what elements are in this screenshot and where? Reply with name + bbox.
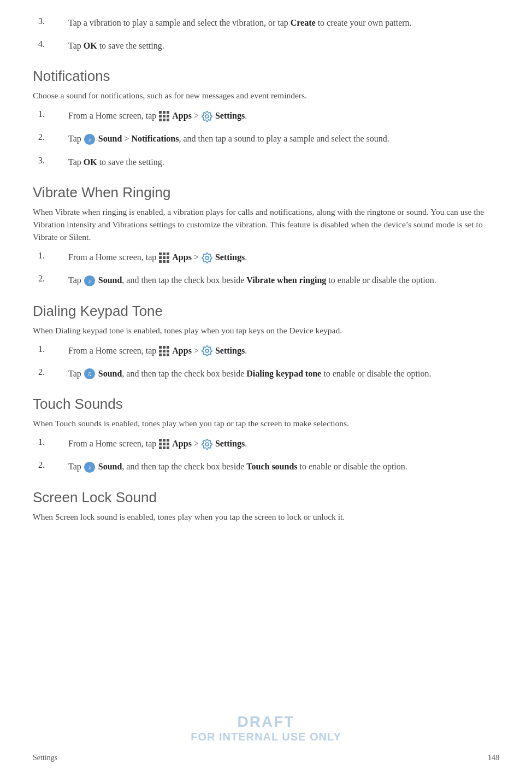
touch-step-content-2: Tap ♪ Sound, and then tap the check box … [68,460,499,473]
draft-internal-text: FOR INTERNAL USE ONLY [0,731,532,743]
page-footer: Settings 148 [33,754,499,762]
svg-text:♪: ♪ [88,464,91,471]
dialing-step-content-1: From a Home screen, tap Apps > Settings. [68,344,499,357]
draft-overlay: DRAFT FOR INTERNAL USE ONLY [0,713,532,743]
vibrate-step-num-1: 1. [38,251,68,261]
sound-icon: ♫ [84,368,96,380]
dialing-step-content-2: Tap ♫ Sound, and then tap the check box … [68,367,499,380]
apps-icon [159,252,169,263]
touch-step-1: 1. From a Home screen, tap Apps > Settin… [38,437,499,450]
touch-step-content-1: From a Home screen, tap Apps > Settings. [68,437,499,450]
sound-icon: ♪ [84,461,96,473]
screen-lock-heading: Screen Lock Sound [33,489,499,506]
svg-text:♪: ♪ [88,278,91,284]
notif-step-content-3: Tap OK to save the setting. [68,156,499,169]
step-content-3: Tap a vibration to play a sample and sel… [68,16,499,30]
svg-point-0 [205,115,209,118]
notif-step-3: 3. Tap OK to save the setting. [38,156,499,169]
settings-icon [202,345,212,356]
notif-step-num-2: 2. [38,132,68,142]
step-4: 4. Tap OK to save the setting. [38,39,499,52]
vibrate-heading: Vibrate When Ringing [33,184,499,201]
dialing-step-2: 2. Tap ♫ Sound, and then tap the check b… [38,367,499,380]
settings-icon [202,252,212,263]
touch-step-num-1: 1. [38,437,68,447]
screen-lock-desc: When Screen lock sound is enabled, tones… [33,510,499,523]
intro-steps: 3. Tap a vibration to play a sample and … [38,16,499,52]
notif-step-2: 2. Tap ♪ Sound > Notifications, and then… [38,132,499,145]
svg-point-6 [205,349,209,352]
svg-text:♫: ♫ [87,370,92,378]
settings-label: Settings [215,111,245,120]
sound-icon: ♪ [84,275,96,287]
settings-icon [202,439,212,450]
apps-label: Apps [172,111,192,120]
touch-steps: 1. From a Home screen, tap Apps > Settin… [38,437,499,473]
notif-step-num-1: 1. [38,109,68,119]
notifications-heading: Notifications [33,68,499,85]
vibrate-step-content-2: Tap ♪ Sound, and then tap the check box … [68,274,499,287]
touch-step-2: 2. Tap ♪ Sound, and then tap the check b… [38,460,499,473]
step-num-3: 3. [38,16,68,26]
svg-point-9 [205,443,209,446]
dialing-step-num-1: 1. [38,344,68,354]
dialing-steps: 1. From a Home screen, tap Apps > Settin… [38,344,499,380]
notif-step-content-1: From a Home screen, tap Apps > Settings. [68,109,499,122]
apps-icon [159,439,169,449]
step-num-4: 4. [38,39,68,49]
dialing-step-1: 1. From a Home screen, tap Apps > Settin… [38,344,499,357]
dialing-desc: When Dialing keypad tone is enabled, ton… [33,324,499,337]
settings-icon [202,111,212,122]
touch-step-num-2: 2. [38,460,68,470]
notif-step-content-2: Tap ♪ Sound > Notifications, and then ta… [68,132,499,145]
svg-text:♪: ♪ [88,136,91,143]
footer-label: Settings [33,754,57,762]
notifications-steps: 1. From a Home screen, tap Apps > Settin… [38,109,499,168]
step-3: 3. Tap a vibration to play a sample and … [38,16,499,30]
svg-point-3 [205,256,209,260]
touch-desc: When Touch sounds is enabled, tones play… [33,417,499,430]
vibrate-step-content-1: From a Home screen, tap Apps > Settings. [68,251,499,264]
vibrate-step-2: 2. Tap ♪ Sound, and then tap the check b… [38,274,499,287]
vibrate-desc: When Vibrate when ringing is enabled, a … [33,205,499,244]
draft-text: DRAFT [0,713,532,731]
vibrate-step-1: 1. From a Home screen, tap Apps > Settin… [38,251,499,264]
sound-icon: ♪ [84,133,96,145]
touch-heading: Touch Sounds [33,396,499,413]
vibrate-steps: 1. From a Home screen, tap Apps > Settin… [38,251,499,287]
vibrate-step-num-2: 2. [38,274,68,284]
dialing-heading: Dialing Keypad Tone [33,303,499,320]
notif-step-num-3: 3. [38,156,68,166]
apps-icon [159,111,169,121]
notifications-desc: Choose a sound for notifications, such a… [33,89,499,102]
notif-step-1: 1. From a Home screen, tap Apps > Settin… [38,109,499,122]
footer-page: 148 [488,754,499,762]
dialing-step-num-2: 2. [38,367,68,377]
step-content-4: Tap OK to save the setting. [68,39,499,52]
apps-icon [159,346,169,356]
